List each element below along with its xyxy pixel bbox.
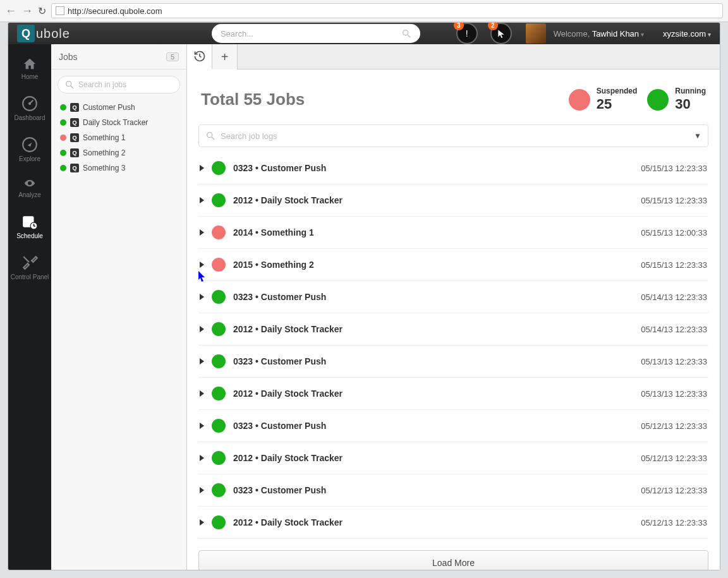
- alerts-button[interactable]: 3 !: [456, 23, 478, 44]
- log-row[interactable]: 0323 • Customer Push05/12/13 12:23:33: [198, 410, 708, 442]
- reload-icon[interactable]: ↻: [38, 5, 46, 17]
- log-timestamp: 05/15/13 12:23:33: [641, 260, 707, 270]
- status-dot-icon: [212, 515, 226, 529]
- expand-triangle-icon[interactable]: [200, 455, 204, 461]
- welcome-prefix: Welcome,: [554, 29, 592, 39]
- nav-explore-label: Explore: [19, 155, 40, 162]
- jobs-list-item[interactable]: QCustomer Push: [58, 100, 180, 115]
- load-more-button[interactable]: Load More: [198, 550, 708, 570]
- jobs-item-label: Something 2: [83, 148, 125, 157]
- logo[interactable]: Q ubole: [17, 25, 70, 42]
- log-row[interactable]: 2012 • Daily Stock Tracker05/12/13 12:23…: [198, 507, 708, 539]
- status-dot-icon: [212, 161, 226, 175]
- nav-schedule[interactable]: Schedule: [8, 207, 51, 248]
- log-timestamp: 05/12/13 12:23:33: [641, 518, 707, 527]
- alert-icon: !: [466, 28, 468, 39]
- jobs-sidebar: Jobs 5 QCustomer PushQDaily Stock Tracke…: [51, 44, 187, 570]
- log-row[interactable]: 2014 • Something 105/15/13 12:00:33: [198, 217, 708, 249]
- log-row[interactable]: 0323 • Customer Push05/12/13 12:23:33: [198, 474, 708, 507]
- log-row[interactable]: 2015 • Something 205/15/13 12:23:33: [198, 249, 708, 281]
- suspended-count: 25: [597, 96, 638, 112]
- log-text: 0323 • Customer Push: [233, 485, 326, 495]
- expand-triangle-icon[interactable]: [200, 519, 204, 526]
- home-icon: [21, 57, 38, 71]
- gauge-icon: [21, 95, 38, 112]
- running-count: 30: [675, 96, 706, 112]
- expand-triangle-icon[interactable]: [200, 358, 204, 364]
- tab-new[interactable]: +: [212, 44, 238, 69]
- site-dropdown-label: xyzsite.com: [663, 29, 706, 39]
- nav-analyze-label: Analyze: [18, 191, 41, 198]
- log-text: 0323 • Customer Push: [233, 356, 326, 366]
- nav-control-panel[interactable]: Control Panel: [8, 248, 51, 289]
- browser-chrome: ← → ↻: [0, 0, 728, 22]
- log-text: 2012 • Daily Stock Tracker: [233, 195, 343, 205]
- address-bar[interactable]: [51, 3, 723, 18]
- expand-triangle-icon[interactable]: [200, 294, 204, 300]
- log-search-input[interactable]: [221, 131, 689, 141]
- expand-triangle-icon[interactable]: [200, 487, 204, 493]
- nav-home[interactable]: Home: [8, 51, 51, 89]
- eye-icon: [21, 178, 38, 189]
- global-search-input[interactable]: [221, 29, 401, 39]
- nav-back-icon[interactable]: ←: [5, 4, 16, 18]
- chevron-down-icon[interactable]: ▼: [694, 131, 701, 140]
- nav-dashboard[interactable]: Dashboard: [8, 89, 51, 130]
- logo-mark: Q: [17, 25, 35, 42]
- suspended-dot-icon: [569, 89, 590, 111]
- chevron-down-icon[interactable]: ▾: [641, 31, 644, 38]
- log-row[interactable]: 0323 • Customer Push05/15/13 12:23:33: [198, 152, 708, 184]
- jobs-list-item[interactable]: QSomething 1: [58, 130, 180, 145]
- log-row[interactable]: 2012 • Daily Stock Tracker05/15/13 12:23…: [198, 184, 708, 217]
- search-icon: [205, 131, 215, 141]
- expand-triangle-icon[interactable]: [200, 423, 204, 429]
- jobs-summary: Total 55 Jobs Suspended 25: [198, 69, 708, 124]
- log-row[interactable]: 0323 • Customer Push05/14/13 12:23:33: [198, 281, 708, 313]
- status-dot-icon: [212, 226, 226, 239]
- jobs-list-item[interactable]: QDaily Stock Tracker: [58, 115, 180, 130]
- expand-triangle-icon[interactable]: [200, 390, 204, 397]
- global-search[interactable]: [212, 24, 420, 43]
- nav-analyze[interactable]: Analyze: [8, 171, 51, 207]
- load-more-label: Load More: [432, 558, 475, 568]
- expand-triangle-icon[interactable]: [200, 197, 204, 203]
- topbar: Q ubole 3 ! 2 Welcome, Tawhid Khan▾ xyzs…: [8, 23, 720, 44]
- log-row[interactable]: 2012 • Daily Stock Tracker05/14/13 12:23…: [198, 313, 708, 346]
- log-row[interactable]: 2012 • Daily Stock Tracker05/12/13 12:23…: [198, 442, 708, 474]
- cursor-icon: [497, 29, 506, 38]
- page-icon: [56, 6, 64, 15]
- log-timestamp: 05/15/13 12:00:33: [641, 228, 707, 238]
- status-dot-icon: [212, 419, 226, 433]
- url-input[interactable]: [68, 6, 719, 16]
- expand-triangle-icon[interactable]: [200, 165, 204, 171]
- status-dot-icon: [212, 290, 226, 304]
- jobs-list: QCustomer PushQDaily Stock TrackerQSomet…: [51, 97, 186, 178]
- log-row[interactable]: 0323 • Customer Push05/13/13 12:23:33: [198, 346, 708, 378]
- tab-history[interactable]: [187, 44, 212, 69]
- log-search[interactable]: ▼: [198, 124, 708, 147]
- jobs-search[interactable]: [58, 76, 180, 93]
- jobs-search-input[interactable]: [78, 80, 173, 89]
- svg-point-9: [207, 133, 212, 138]
- jobs-list-item[interactable]: QSomething 2: [58, 145, 180, 160]
- log-timestamp: 05/15/13 12:23:33: [641, 164, 707, 173]
- log-row[interactable]: 2012 • Daily Stock Tracker05/13/13 12:23…: [198, 378, 708, 410]
- calendar-clock-icon: [21, 214, 38, 230]
- suspended-label: Suspended: [597, 87, 638, 96]
- content-body[interactable]: Total 55 Jobs Suspended 25: [187, 69, 720, 570]
- expand-triangle-icon[interactable]: [200, 262, 204, 268]
- nav-explore[interactable]: Explore: [8, 130, 51, 171]
- avatar[interactable]: [526, 23, 546, 44]
- jobs-item-label: Something 1: [83, 133, 125, 142]
- jobs-list-item[interactable]: QSomething 3: [58, 160, 180, 176]
- flag-button[interactable]: 2: [490, 23, 512, 44]
- log-text: 2012 • Daily Stock Tracker: [233, 388, 343, 399]
- nav-dashboard-label: Dashboard: [15, 114, 46, 121]
- site-dropdown[interactable]: xyzsite.com▾: [663, 29, 711, 39]
- nav-schedule-label: Schedule: [16, 232, 43, 239]
- history-icon: [193, 50, 206, 63]
- log-timestamp: 05/12/13 12:23:33: [641, 421, 707, 431]
- log-timestamp: 05/12/13 12:23:33: [641, 486, 707, 495]
- expand-triangle-icon[interactable]: [200, 229, 204, 236]
- expand-triangle-icon[interactable]: [200, 326, 204, 332]
